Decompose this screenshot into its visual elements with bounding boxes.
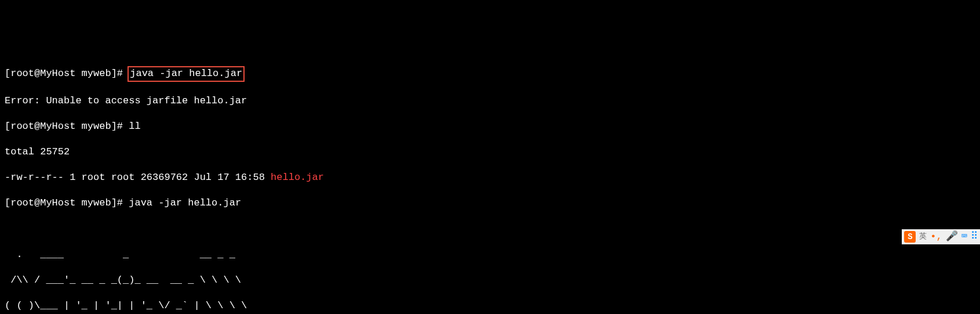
terminal-line: [root@MyHost myweb]# java -jar hello.jar (5, 66, 975, 81)
blank-line (5, 223, 975, 236)
command-text: ll (129, 121, 140, 132)
spring-banner-line: /\\ / ___'_ __ _ _(_)_ __ __ _ \ \ \ \ (5, 274, 975, 287)
prompt: [root@MyHost myweb]# (5, 68, 129, 79)
terminal-line: -rw-r--r-- 1 root root 26369762 Jul 17 1… (5, 171, 975, 184)
prompt: [root@MyHost myweb]# (5, 121, 129, 132)
terminal-line: total 25752 (5, 146, 975, 158)
terminal-line: [root@MyHost myweb]# ll (5, 120, 975, 133)
ime-punctuation-icon[interactable]: •, (930, 230, 942, 243)
prompt: [root@MyHost myweb]# (5, 197, 129, 208)
highlighted-command: java -jar hello.jar (127, 66, 245, 81)
terminal-line: [root@MyHost myweb]# java -jar hello.jar (5, 197, 975, 210)
ime-logo-icon[interactable]: S (904, 231, 916, 243)
menu-icon[interactable]: ⠿ (971, 230, 978, 243)
microphone-icon[interactable]: 🎤 (946, 230, 958, 243)
terminal-output: [root@MyHost myweb]# java -jar hello.jar… (5, 53, 975, 314)
ime-language-label[interactable]: 英 (919, 232, 927, 242)
spring-banner-line: . ____ _ __ _ _ (5, 248, 975, 261)
keyboard-icon[interactable]: ⌨ (961, 230, 967, 243)
spring-banner-line: ( ( )\___ | '_ | '_| | '_ \/ _` | \ \ \ … (5, 299, 975, 312)
jar-filename: hello.jar (271, 172, 324, 183)
terminal-line: Error: Unable to access jarfile hello.ja… (5, 95, 975, 107)
ime-toolbar[interactable]: S 英 •, 🎤 ⌨ ⠿ (902, 229, 980, 244)
command-text: java -jar hello.jar (129, 197, 241, 208)
file-perms: -rw-r--r-- 1 root root 26369762 Jul 17 1… (5, 172, 271, 183)
